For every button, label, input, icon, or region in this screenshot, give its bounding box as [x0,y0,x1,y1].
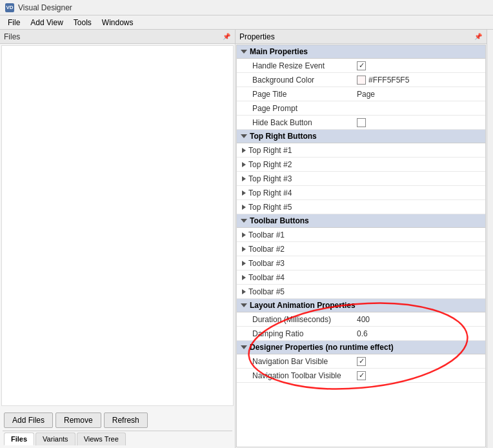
prop-bg-color-value: #FFF5F5F5 [353,74,485,86]
expand-triangle-3 [242,176,246,181]
color-swatch[interactable] [357,76,366,85]
prop-hide-back-value [353,117,485,128]
menu-bar: File Add View Tools Windows [0,15,493,30]
hide-back-checkbox[interactable] [357,118,366,127]
prop-nav-toolbar-value [353,370,485,382]
tab-views-tree[interactable]: Views Tree [77,433,126,445]
toolbar-3-row[interactable]: Toolbar #3 [237,256,485,270]
section-main-triangle [241,50,247,54]
expand-triangle-4 [242,190,246,196]
menu-add-view[interactable]: Add View [25,17,68,28]
section-top-right-title: Top Right Buttons [250,132,317,141]
right-panel-wrapper: Properties 📌 Main Properties Handle Resi… [236,30,493,448]
top-right-4-row[interactable]: Top Right #4 [237,186,485,200]
prop-damping-value: 0.6 [353,328,485,340]
refresh-button[interactable]: Refresh [104,412,148,428]
right-inner: Properties 📌 Main Properties Handle Resi… [236,30,493,448]
prop-nav-toolbar-visible: Navigation Toolbar Visible [237,369,485,383]
prop-damping: Damping Ratio 0.6 [237,327,485,341]
section-designer-title: Designer Properties (no runtime effect) [250,343,394,352]
expand-toolbar-triangle-4 [242,275,246,280]
prop-bg-color: Background Color #FFF5F5F5 [237,73,485,87]
section-main-properties: Main Properties [237,45,485,59]
toolbar-1-label: Toolbar #1 [248,229,285,241]
title-bar: VD Visual Designer [0,0,493,15]
top-right-2-label: Top Right #2 [248,158,292,171]
section-layout-animation: Layout Animation Properties [237,299,485,312]
top-right-3-row[interactable]: Top Right #3 [237,172,485,186]
expand-toolbar-triangle-1 [242,232,246,238]
files-panel-icons: 📌 [222,32,231,41]
prop-page-title: Page Title Page [237,87,485,101]
files-panel-title: Files [4,32,20,41]
prop-page-title-label: Page Title [237,88,353,101]
bg-color-text: #FFF5F5F5 [368,76,409,85]
left-bottom: Add Files Remove Refresh Files Variants … [0,407,235,448]
prop-handle-resize: Handle Resize Event [237,59,485,73]
toolbar-5-label: Toolbar #5 [248,285,285,298]
nav-toolbar-checkbox[interactable] [357,371,366,380]
toolbar-5-row[interactable]: Toolbar #5 [237,285,485,299]
prop-bg-color-label: Background Color [237,74,353,87]
prop-hide-back: Hide Back Button [237,116,485,130]
properties-panel-title: Properties [239,32,275,41]
prop-hide-back-label: Hide Back Button [237,116,353,129]
prop-nav-bar-value [353,356,485,367]
prop-handle-resize-value [353,60,485,72]
left-panel: Files 📌 Add Files Remove Refresh Files V… [0,30,236,448]
properties-header-icons: 📌 [474,32,483,41]
section-toolbar-triangle [241,219,247,223]
expand-triangle-5 [242,205,246,210]
pin-icon[interactable]: 📌 [222,32,231,41]
main-area: Files 📌 Add Files Remove Refresh Files V… [0,30,493,448]
top-right-1-row[interactable]: Top Right #1 [237,143,485,158]
top-right-3-label: Top Right #3 [248,172,292,185]
prop-page-title-value: Page [353,88,485,100]
prop-page-prompt: Page Prompt [237,101,485,116]
section-layout-triangle [241,303,247,307]
section-designer-triangle [241,345,247,349]
menu-file[interactable]: File [3,17,25,28]
right-scrollbar[interactable] [487,30,493,448]
section-main-title: Main Properties [250,47,308,56]
tab-variants[interactable]: Variants [35,433,75,445]
section-toolbar-buttons: Toolbar Buttons [237,214,485,228]
handle-resize-checkbox[interactable] [357,61,366,70]
top-right-5-row[interactable]: Top Right #5 [237,200,485,214]
prop-nav-bar-label: Navigation Bar Visible [237,355,353,368]
app-title: Visual Designer [18,3,72,12]
properties-panel-header: Properties 📌 [236,30,487,44]
properties-pin-icon[interactable]: 📌 [474,32,483,41]
menu-tools[interactable]: Tools [68,17,97,28]
remove-button[interactable]: Remove [55,412,101,428]
menu-windows[interactable]: Windows [97,17,139,28]
properties-panel: Properties 📌 Main Properties Handle Resi… [236,30,487,448]
section-toolbar-title: Toolbar Buttons [250,216,309,225]
nav-bar-checkbox[interactable] [357,357,366,366]
top-right-4-label: Top Right #4 [248,187,292,199]
expand-triangle-1 [242,148,246,153]
toolbar-1-row[interactable]: Toolbar #1 [237,228,485,242]
top-right-5-label: Top Right #5 [248,201,292,214]
bottom-tabs: Files Variants Views Tree [3,431,232,445]
toolbar-4-row[interactable]: Toolbar #4 [237,270,485,285]
top-right-2-row[interactable]: Top Right #2 [237,158,485,172]
expand-triangle-2 [242,162,246,167]
files-panel-header: Files 📌 [0,30,235,44]
expand-toolbar-triangle-2 [242,247,246,252]
file-buttons: Add Files Remove Refresh [3,410,232,431]
add-files-button[interactable]: Add Files [4,412,53,428]
prop-duration-label: Duration (Milliseconds) [237,313,353,326]
properties-content: Main Properties Handle Resize Event Back… [236,45,486,447]
toolbar-2-row[interactable]: Toolbar #2 [237,242,485,256]
prop-page-prompt-value [353,107,485,110]
prop-handle-resize-label: Handle Resize Event [237,59,353,72]
tab-files[interactable]: Files [4,433,34,445]
expand-toolbar-triangle-3 [242,261,246,266]
prop-nav-toolbar-label: Navigation Toolbar Visible [237,369,353,382]
prop-duration-value: 400 [353,314,485,325]
prop-damping-label: Damping Ratio [237,327,353,340]
toolbar-3-label: Toolbar #3 [248,257,285,270]
prop-duration: Duration (Milliseconds) 400 [237,312,485,327]
section-top-right-triangle [241,134,247,138]
